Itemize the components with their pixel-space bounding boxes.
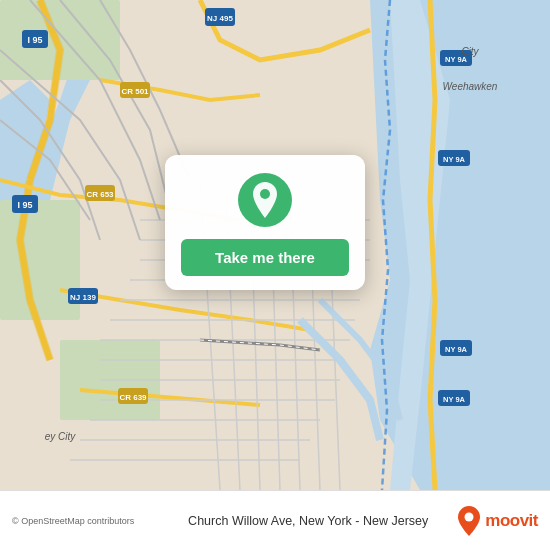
svg-text:Weehawken: Weehawken bbox=[443, 81, 498, 92]
svg-text:City: City bbox=[461, 46, 479, 57]
popup-card: Take me there bbox=[165, 155, 365, 290]
svg-text:NY 9A: NY 9A bbox=[445, 345, 468, 354]
svg-text:NJ 495: NJ 495 bbox=[207, 14, 233, 23]
svg-rect-6 bbox=[0, 200, 80, 320]
moovit-pin-icon bbox=[456, 506, 482, 536]
svg-text:CR 653: CR 653 bbox=[86, 190, 114, 199]
take-me-there-button[interactable]: Take me there bbox=[181, 239, 349, 276]
svg-text:NJ 139: NJ 139 bbox=[70, 293, 96, 302]
svg-text:CR 639: CR 639 bbox=[119, 393, 147, 402]
svg-point-54 bbox=[260, 189, 270, 199]
moovit-brand-label: moovit bbox=[485, 511, 538, 531]
bottom-bar: © OpenStreetMap contributors Church Will… bbox=[0, 490, 550, 550]
osm-attribution: © OpenStreetMap contributors bbox=[12, 516, 134, 526]
moovit-logo: moovit bbox=[456, 506, 538, 536]
svg-text:I 95: I 95 bbox=[27, 35, 42, 45]
svg-text:NY 9A: NY 9A bbox=[443, 155, 466, 164]
svg-text:NY 9A: NY 9A bbox=[443, 395, 466, 404]
svg-text:CR 501: CR 501 bbox=[121, 87, 149, 96]
svg-point-55 bbox=[465, 512, 474, 521]
svg-text:ey City: ey City bbox=[45, 431, 77, 442]
svg-text:I 95: I 95 bbox=[17, 200, 32, 210]
location-text: Church Willow Ave, New York - New Jersey bbox=[160, 514, 456, 528]
map-pin-icon bbox=[238, 173, 292, 227]
map-container: I 95 NJ 495 CR 501 I 95 CR 653 NJ 139 CR… bbox=[0, 0, 550, 490]
